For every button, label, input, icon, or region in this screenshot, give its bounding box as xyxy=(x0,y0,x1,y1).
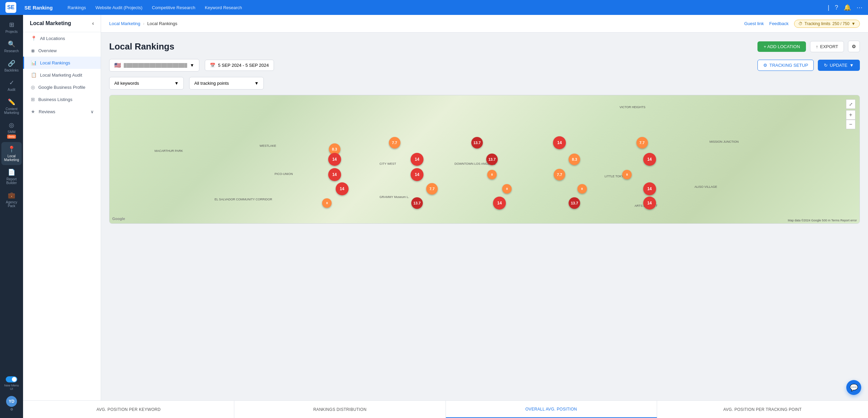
add-location-button[interactable]: + ADD LOCATION xyxy=(757,41,806,52)
rank-dot-4[interactable]: 14 xyxy=(553,136,566,149)
location-select[interactable]: 🇺🇸 ██████████████████████ ▼ xyxy=(109,59,199,72)
nav-rankings[interactable]: Rankings xyxy=(63,3,90,12)
keywords-dropdown-chevron: ▼ xyxy=(174,81,179,86)
sidebar-item-audit[interactable]: ✓ Audit xyxy=(1,76,22,95)
local-marketing-audit-label: Local Marketing Audit xyxy=(40,73,82,78)
tab-rankings-distribution[interactable]: RANKINGS DISTRIBUTION xyxy=(234,401,446,418)
export-label: EXPORT xyxy=(820,44,838,49)
map-zoom-in-button[interactable]: + xyxy=(846,110,855,120)
rank-dot-3[interactable]: 13.7 xyxy=(471,137,483,148)
sidebar-item-report-builder[interactable]: 📄 Report Builder xyxy=(1,165,22,188)
app-logo[interactable]: SE xyxy=(5,2,16,13)
sidebar-item-smm[interactable]: ◎ SMM Beta xyxy=(1,118,22,142)
breadcrumb-parent[interactable]: Local Marketing xyxy=(109,21,140,26)
local-rankings-label: Local Rankings xyxy=(40,60,70,65)
map-fullscreen-button[interactable]: ⤢ xyxy=(846,99,855,109)
smm-beta-badge: Beta xyxy=(7,135,16,139)
rank-dot-18[interactable]: 8 xyxy=(502,184,512,194)
tracking-limits[interactable]: ⏱ Tracking limits 250 / 750 ▼ xyxy=(794,20,860,28)
date-range-text: 5 SEP 2024 - 5 SEP 2024 xyxy=(218,63,269,68)
sidebar-icons: ⊞ Projects 🔍 Research 🔗 Backlinks ✓ Audi… xyxy=(0,15,23,418)
top-navigation: SE SE Ranking Rankings Website Audit (Pr… xyxy=(0,0,868,15)
audit-icon: ✓ xyxy=(9,79,14,86)
rank-dot-5[interactable]: 7.7 xyxy=(636,137,648,148)
help-icon[interactable]: ? xyxy=(835,4,838,11)
tab-avg-position-tracking[interactable]: AVG. POSITION PER TRACKING POINT xyxy=(657,401,868,418)
sidebar-item-research[interactable]: 🔍 Research xyxy=(1,37,22,56)
sidebar-nav: Local Marketing ‹ 📍 All Locations ◉ Over… xyxy=(23,15,101,418)
sidebar-item-local-marketing-audit[interactable]: 📋 Local Marketing Audit xyxy=(23,69,101,81)
user-avatar-wrap[interactable]: YD ⚙ xyxy=(0,393,23,414)
rank-dot-12[interactable]: 14 xyxy=(411,168,423,181)
rank-dot-25[interactable]: 14 xyxy=(643,197,656,210)
sidebar-item-business-listings[interactable]: ⊞ Business Listings xyxy=(23,93,101,105)
tracking-setup-button[interactable]: ⚙ TRACKING SETUP xyxy=(757,60,814,71)
local-rankings-icon: 📊 xyxy=(31,60,37,65)
nav-website-audit[interactable]: Website Audit (Projects) xyxy=(92,3,146,12)
rank-dot-14[interactable]: 7.7 xyxy=(554,169,565,180)
google-logo: Google xyxy=(112,217,125,221)
rank-dot-19[interactable]: 8 xyxy=(577,184,587,194)
tracking-points-dropdown[interactable]: All tracking points ▼ xyxy=(189,77,264,89)
sidebar-item-report-builder-label: Report Builder xyxy=(4,177,19,185)
tab-avg-position-keyword[interactable]: AVG. POSITION PER KEYWORD xyxy=(101,401,234,418)
date-range-picker[interactable]: 📅 5 SEP 2024 - 5 SEP 2024 xyxy=(205,60,274,71)
rank-dot-17[interactable]: 7.7 xyxy=(426,183,438,195)
all-locations-icon: 📍 xyxy=(31,36,37,41)
sidebar-item-google-business-profile[interactable]: ◎ Google Business Profile xyxy=(23,81,101,93)
chat-bubble[interactable]: 💬 xyxy=(846,380,861,395)
new-menu-toggle[interactable] xyxy=(6,376,17,382)
rank-dot-24[interactable]: 13.7 xyxy=(569,197,580,209)
guest-link[interactable]: Guest link xyxy=(744,21,764,26)
rank-dot-2[interactable]: 7.7 xyxy=(389,137,400,148)
projects-icon: ⊞ xyxy=(9,21,14,28)
notifications-icon[interactable]: 🔔 xyxy=(844,4,851,11)
sidebar-item-backlinks[interactable]: 🔗 Backlinks xyxy=(1,56,22,76)
sidebar-item-content-marketing[interactable]: ✏️ Content Marketing xyxy=(1,95,22,118)
filter-right: ⚙ TRACKING SETUP ↻ UPDATE ▼ xyxy=(757,60,860,71)
settings-button[interactable]: ⚙ xyxy=(848,41,860,52)
rank-dot-10[interactable]: 14 xyxy=(643,153,656,166)
sidebar-item-local-marketing[interactable]: 📍 Local Marketing xyxy=(1,142,22,165)
rank-dot-7[interactable]: 14 xyxy=(411,153,423,166)
update-button[interactable]: ↻ UPDATE ▼ xyxy=(818,60,860,71)
sidebar-item-agency-pack[interactable]: 💼 Agency Pack xyxy=(1,188,22,211)
tab-overall-avg-position[interactable]: OVERALL AVG. POSITION xyxy=(446,401,657,418)
rank-dot-20[interactable]: 14 xyxy=(643,182,656,195)
tracking-points-chevron: ▼ xyxy=(254,81,259,86)
sidebar-item-smm-label: SMM xyxy=(7,130,15,134)
toggle-knob xyxy=(12,377,17,382)
feedback-button[interactable]: Feedback xyxy=(769,21,789,26)
nav-competitive-research[interactable]: Competitive Research xyxy=(148,3,199,12)
rank-dot-11[interactable]: 14 xyxy=(328,168,341,181)
rank-dot-15[interactable]: 8 xyxy=(622,170,632,179)
research-icon: 🔍 xyxy=(8,40,15,48)
google-business-icon: ◎ xyxy=(31,84,35,90)
sidebar-item-reviews[interactable]: ★ Reviews ∨ xyxy=(23,105,101,118)
rank-dot-13[interactable]: 8 xyxy=(487,170,497,179)
reviews-arrow-icon: ∨ xyxy=(91,109,94,114)
rank-dot-8[interactable]: 13.7 xyxy=(486,154,498,165)
more-icon[interactable]: ⋯ xyxy=(856,4,863,11)
sidebar-item-overview[interactable]: ◉ Overview xyxy=(23,44,101,57)
tracking-setup-icon: ⚙ xyxy=(763,63,767,68)
sidebar-item-projects[interactable]: ⊞ Projects xyxy=(1,18,22,37)
sidebar-collapse-button[interactable]: ‹ xyxy=(92,20,94,26)
business-listings-icon: ⊞ xyxy=(31,97,35,102)
rank-dot-23[interactable]: 14 xyxy=(493,197,506,210)
keywords-dropdown[interactable]: All keywords ▼ xyxy=(109,77,184,89)
rank-dot-16[interactable]: 14 xyxy=(336,182,349,195)
sidebar-item-local-rankings[interactable]: 📊 Local Rankings xyxy=(23,57,101,69)
rank-dot-6[interactable]: 14 xyxy=(328,153,341,166)
new-menu-label: New Menu UI xyxy=(3,384,20,391)
rank-dot-21[interactable]: 8 xyxy=(322,198,332,208)
map-zoom-out-button[interactable]: − xyxy=(846,120,855,129)
map-background[interactable]: VICTOR HEIGHTS MISSION JUNCTION MACARTHU… xyxy=(110,95,860,223)
sidebar-item-all-locations[interactable]: 📍 All Locations xyxy=(23,32,101,44)
rank-dot-9[interactable]: 8.3 xyxy=(569,154,580,165)
map-label-macarthur-park: MACARTHUR PARK xyxy=(155,149,183,153)
export-button[interactable]: ↑ EXPORT xyxy=(810,41,844,52)
tracking-limits-chevron: ▼ xyxy=(851,21,855,26)
rank-dot-22[interactable]: 13.7 xyxy=(411,197,423,209)
nav-keyword-research[interactable]: Keyword Research xyxy=(201,3,246,12)
